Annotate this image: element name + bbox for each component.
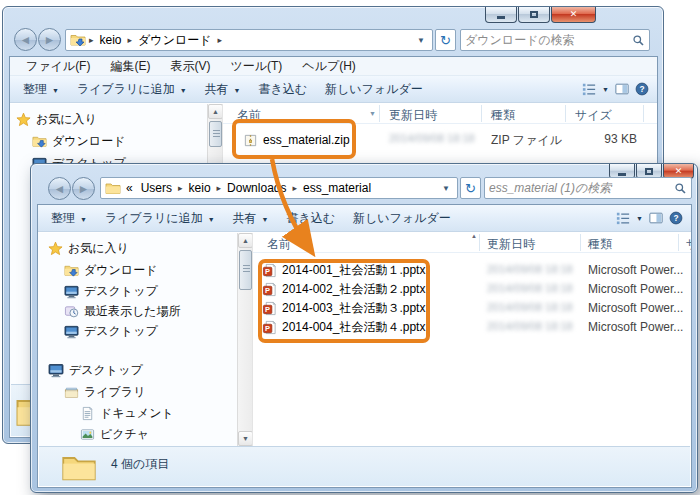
column-name[interactable]: 名前 [267, 236, 291, 253]
maximize-button[interactable] [518, 7, 550, 23]
file-row[interactable]: 2014-001_社会活動１.pptx 2014/09/08 18:18 Mic… [253, 261, 691, 280]
star-icon [16, 112, 31, 127]
menu-edit[interactable]: 編集(E) [100, 56, 160, 77]
desktop-icon [64, 324, 79, 339]
column-size[interactable]: サイズ [686, 236, 692, 253]
column-date[interactable]: 更新日時 [487, 236, 535, 253]
address-bar[interactable]: ▸ keio ▸ ダウンロード ▸ ▼ [65, 29, 433, 51]
sidebar-item-desktop[interactable]: デスクトップ [64, 282, 158, 300]
search-icon[interactable] [674, 182, 687, 195]
add-to-library-button[interactable]: ライブラリに追加 [96, 206, 224, 231]
folder-icon [105, 180, 121, 196]
column-type[interactable]: 種類 [588, 236, 612, 253]
close-button[interactable]: ✕ [551, 7, 596, 23]
forward-button[interactable]: ► [72, 177, 95, 200]
column-date[interactable]: 更新日時 [389, 107, 437, 124]
details-pane: 4 個の項目 [39, 446, 690, 486]
burn-button[interactable]: 書き込む [278, 206, 345, 231]
file-name[interactable]: 2014-003_社会活動３.pptx [282, 300, 425, 317]
views-icon[interactable] [616, 211, 630, 225]
file-name[interactable]: 2014-002_社会活動２.pptx [282, 281, 425, 298]
preview-pane-icon[interactable] [615, 82, 629, 96]
file-type: Microsoft Power... [588, 301, 683, 315]
breadcrumb-downloads[interactable]: Downloads [224, 181, 289, 195]
back-button[interactable]: ◄ [48, 177, 71, 200]
menu-tools[interactable]: ツール(T) [220, 56, 292, 77]
organize-button[interactable]: 整理 [14, 77, 68, 102]
sidebar-item-pictures[interactable]: ピクチャ [80, 425, 149, 443]
column-filter-icon[interactable]: ▼ [369, 110, 376, 117]
help-icon[interactable] [635, 82, 649, 96]
downloads-folder-icon [70, 32, 86, 48]
column-name[interactable]: 名前 [237, 107, 261, 124]
search-icon[interactable] [632, 34, 645, 47]
share-button[interactable]: 共有 [196, 77, 250, 102]
breadcrumb-user[interactable]: keio [186, 181, 214, 195]
scrollbar-thumb[interactable] [239, 250, 252, 290]
file-type: Microsoft Power... [588, 282, 683, 296]
organize-button[interactable]: 整理 [42, 206, 96, 231]
sidebar-scrollbar[interactable]: ▲ ▼ [237, 233, 252, 446]
menu-file[interactable]: ファイル(F) [16, 56, 100, 77]
file-list: 名前 ▲ 更新日時 種類 サイズ 2014-001_社会活動１.pptx 201… [252, 233, 691, 446]
new-folder-button[interactable]: 新しいフォルダー [344, 206, 460, 231]
column-type[interactable]: 種類 [491, 107, 515, 124]
menu-help[interactable]: ヘルプ(H) [292, 56, 366, 77]
sidebar-item-desktop[interactable]: デスクトップ [64, 322, 158, 340]
new-folder-button[interactable]: 新しいフォルダー [316, 77, 432, 102]
preview-pane-icon[interactable] [649, 211, 663, 225]
sidebar-item-libraries[interactable]: ライブラリ [64, 383, 145, 401]
minimize-button[interactable] [485, 7, 517, 23]
views-dropdown-icon[interactable]: ▼ [636, 215, 643, 222]
forward-button[interactable]: ► [38, 28, 61, 51]
column-size[interactable]: サイズ [575, 107, 612, 124]
file-name[interactable]: 2014-001_社会活動１.pptx [282, 262, 425, 279]
breadcrumb-folder[interactable]: ess_material [300, 181, 374, 195]
refresh-button[interactable]: ↻ [435, 29, 456, 51]
help-icon[interactable] [669, 211, 683, 225]
scroll-down-icon[interactable]: ▼ [238, 431, 253, 446]
search-input[interactable] [465, 33, 632, 47]
views-icon[interactable] [582, 82, 596, 96]
add-to-library-button[interactable]: ライブラリに追加 [68, 77, 196, 102]
file-date: 2014/09/08 18:18 [487, 320, 573, 332]
menu-view[interactable]: 表示(V) [160, 56, 220, 77]
scroll-up-icon[interactable]: ▲ [208, 104, 223, 119]
desktop-icon [64, 284, 79, 299]
breadcrumb-user[interactable]: keio [97, 33, 125, 47]
file-row[interactable]: 2014-002_社会活動２.pptx 2014/09/08 18:18 Mic… [253, 280, 691, 299]
scrollbar-thumb[interactable] [209, 121, 222, 147]
address-dropdown-icon[interactable]: ▼ [439, 184, 453, 193]
sidebar-item-desktop-root[interactable]: デスクトップ [48, 361, 143, 379]
file-row[interactable]: 2014-004_社会活動４.pptx 2014/09/08 18:18 Mic… [253, 318, 691, 337]
file-name[interactable]: 2014-004_社会活動４.pptx [282, 319, 425, 336]
sidebar-item-downloads[interactable]: ダウンロード [64, 261, 157, 279]
scroll-up-icon[interactable]: ▲ [238, 233, 253, 248]
address-dropdown-icon[interactable]: ▼ [414, 36, 428, 45]
file-row[interactable]: ess_material.zip 2014/09/08 18:18 ZIP ファ… [223, 130, 657, 150]
sidebar-item-recent-places[interactable]: 最近表示した場所 [64, 302, 181, 320]
breadcrumb-folder[interactable]: ダウンロード [135, 32, 214, 49]
address-bar[interactable]: « Users ▸ keio ▸ Downloads ▸ ess_materia… [100, 177, 458, 199]
file-name[interactable]: ess_material.zip [263, 133, 350, 147]
search-box[interactable] [460, 29, 650, 51]
sidebar-item-documents[interactable]: ドキュメント [80, 404, 174, 422]
file-row[interactable]: 2014-003_社会活動３.pptx 2014/09/08 18:18 Mic… [253, 299, 691, 318]
powerpoint-file-icon [262, 282, 277, 297]
breadcrumb-overflow[interactable]: « [123, 181, 136, 195]
command-bar: 整理 ライブラリに追加 共有 書き込む 新しいフォルダー ▼ [38, 205, 691, 232]
sidebar-item-favorites[interactable]: お気に入り [48, 239, 129, 257]
sidebar-item-label: 最近表示した場所 [84, 303, 181, 320]
views-dropdown-icon[interactable]: ▼ [602, 86, 609, 93]
sidebar-item-label: ドキュメント [100, 405, 174, 422]
search-input[interactable] [489, 181, 674, 195]
burn-button[interactable]: 書き込む [250, 77, 317, 102]
powerpoint-file-icon [262, 263, 277, 278]
sidebar-item-favorites[interactable]: お気に入り [16, 110, 97, 128]
share-button[interactable]: 共有 [224, 206, 278, 231]
refresh-button[interactable]: ↻ [460, 177, 481, 199]
back-button[interactable]: ◄ [14, 28, 37, 51]
sidebar-item-downloads[interactable]: ダウンロード [32, 132, 125, 150]
search-box[interactable] [484, 177, 692, 199]
breadcrumb-users[interactable]: Users [138, 181, 175, 195]
